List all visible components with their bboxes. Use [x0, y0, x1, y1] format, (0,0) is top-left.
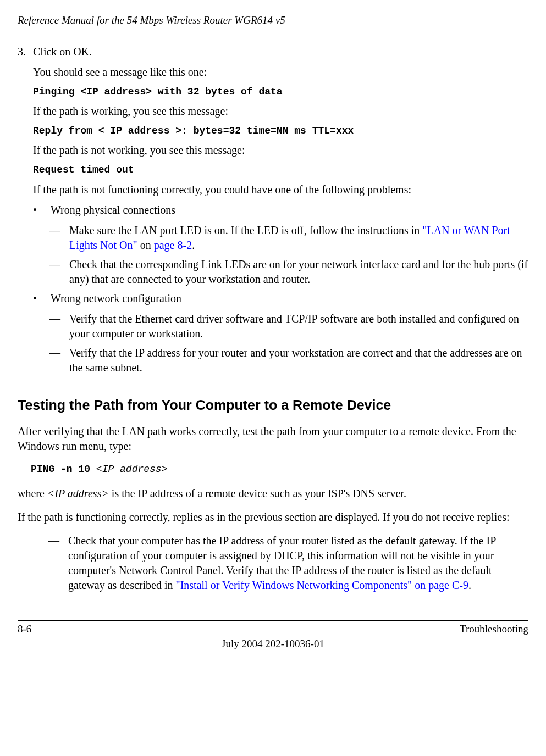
path-working-intro: If the path is working, you see this mes… — [33, 104, 528, 119]
dash-check-gateway: — Check that your computer has the IP ad… — [48, 533, 528, 593]
step-number: 3. — [18, 45, 33, 380]
footer-chapter: Troubleshooting — [460, 622, 528, 636]
dash-content: Make sure the LAN port LED is on. If the… — [69, 223, 528, 253]
dash-content: Check that your computer has the IP addr… — [68, 533, 528, 593]
where-ip-para: where <IP address> is the IP address of … — [18, 486, 528, 501]
ping-cmd-arg: <IP address> — [96, 464, 168, 475]
bullet-content: Wrong physical connections — [51, 203, 528, 218]
lan-led-on: on — [137, 239, 154, 251]
not-functioning-intro: If the path is not functioning correctly… — [33, 182, 528, 197]
dash-content: Verify that the IP address for your rout… — [69, 346, 528, 375]
dash-verify-ethernet: — Verify that the Ethernet card driver s… — [49, 312, 528, 341]
bullet-marker: • — [33, 291, 51, 306]
dash-verify-ip: — Verify that the IP address for your ro… — [49, 346, 528, 375]
path-not-working-intro: If the path is not working, you see this… — [33, 143, 528, 158]
ping-cmd-fixed: PING -n 10 — [31, 464, 96, 475]
check-gateway-link[interactable]: "Install or Verify Windows Networking Co… — [175, 579, 468, 591]
ping-command: PING -n 10 <IP address> — [31, 463, 528, 476]
footer-divider — [18, 620, 528, 621]
after-verify-para: After verifying that the LAN path works … — [18, 424, 528, 454]
dash-check-link-leds: — Check that the corresponding Link LEDs… — [49, 257, 528, 287]
where-ip-post: is the IP address of a remote device suc… — [109, 487, 406, 499]
lan-led-pre: Make sure the LAN port LED is on. If the… — [69, 224, 422, 236]
footer-date: July 2004 202-10036-01 — [18, 637, 528, 651]
dash-marker: — — [49, 223, 69, 253]
section-heading-testing-path: Testing the Path from Your Computer to a… — [18, 396, 528, 415]
lan-led-page-link[interactable]: page 8-2 — [154, 239, 192, 251]
pinging-output: Pinging <IP address> with 32 bytes of da… — [33, 85, 528, 98]
reply-output: Reply from < IP address >: bytes=32 time… — [33, 124, 528, 137]
step-see-message: You should see a message like this one: — [33, 65, 528, 80]
check-gateway-period: . — [468, 579, 471, 591]
dash-marker: — — [49, 346, 69, 375]
header-divider — [18, 31, 528, 31]
footer-page-number: 8-6 — [18, 622, 31, 636]
dash-content: Check that the corresponding Link LEDs a… — [69, 257, 528, 287]
dash-marker: — — [48, 533, 68, 593]
lan-led-period: . — [192, 239, 195, 251]
dash-content: Verify that the Ethernet card driver sof… — [69, 312, 528, 341]
dash-lan-led: — Make sure the LAN port LED is on. If t… — [49, 223, 528, 253]
path-correct-para: If the path is functioning correctly, re… — [18, 510, 528, 525]
step-content: Click on OK. You should see a message li… — [33, 45, 528, 380]
step-click-ok: Click on OK. — [33, 45, 528, 59]
where-ip-pre: where — [18, 487, 47, 499]
dash-marker: — — [49, 257, 69, 287]
bullet-content: Wrong network configuration — [51, 291, 528, 306]
timeout-output: Request timed out — [33, 163, 528, 176]
bullet-wrong-physical: • Wrong physical connections — [33, 203, 528, 218]
bullet-marker: • — [33, 203, 51, 218]
header-title: Reference Manual for the 54 Mbps Wireles… — [18, 13, 528, 27]
dash-marker: — — [49, 312, 69, 341]
footer-row: 8-6 Troubleshooting — [18, 622, 528, 636]
where-ip-italic: <IP address> — [47, 487, 109, 499]
bullet-wrong-network: • Wrong network configuration — [33, 291, 528, 306]
step-3: 3. Click on OK. You should see a message… — [18, 45, 528, 380]
